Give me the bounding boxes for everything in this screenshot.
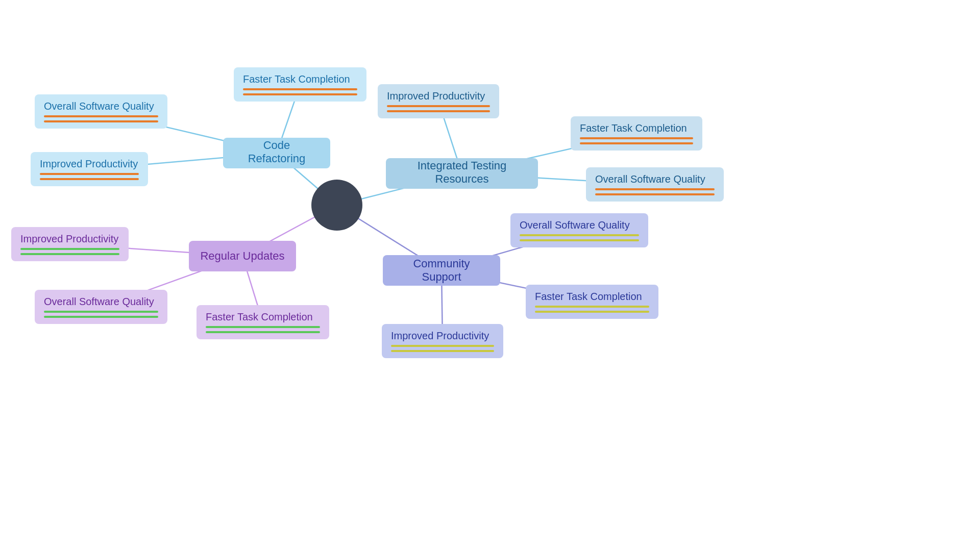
leaf-node-cr-osq: Overall Software Quality bbox=[35, 94, 167, 129]
leaf-node-it-ip: Improved Productivity bbox=[378, 84, 499, 118]
leaf-label: Improved Productivity bbox=[40, 158, 138, 170]
leaf-node-ru-osq: Overall Software Quality bbox=[35, 290, 167, 324]
leaf-label: Overall Software Quality bbox=[520, 219, 630, 231]
leaf-accent-bar bbox=[595, 188, 715, 190]
leaf-accent-bar bbox=[535, 306, 649, 308]
leaf-accent-bar bbox=[243, 88, 357, 90]
leaf-node-it-ftc: Faster Task Completion bbox=[571, 116, 702, 151]
leaf-label: Improved Productivity bbox=[387, 90, 485, 102]
leaf-node-cs-ip: Improved Productivity bbox=[382, 324, 503, 358]
branch-label: Code Refactoring bbox=[233, 139, 320, 165]
branch-node-community-support: Community Support bbox=[383, 255, 500, 286]
leaf-node-ru-ftc: Faster Task Completion bbox=[197, 305, 329, 339]
leaf-accent-bar bbox=[387, 105, 490, 107]
leaf-node-cs-ftc: Faster Task Completion bbox=[526, 285, 658, 319]
leaf-label: Improved Productivity bbox=[391, 330, 489, 342]
center-node bbox=[311, 180, 362, 231]
leaf-label: Overall Software Quality bbox=[44, 296, 154, 308]
leaf-accent-bar bbox=[44, 115, 158, 117]
leaf-accent-bar bbox=[40, 173, 139, 175]
leaf-label: Improved Productivity bbox=[20, 233, 118, 245]
leaf-label: Faster Task Completion bbox=[243, 73, 350, 85]
leaf-node-cr-ftc: Faster Task Completion bbox=[234, 67, 366, 102]
leaf-accent-bar bbox=[20, 248, 119, 250]
leaf-accent-bar bbox=[391, 345, 494, 347]
leaf-accent-bar bbox=[580, 137, 693, 139]
leaf-accent-bar bbox=[206, 326, 320, 328]
leaf-label: Faster Task Completion bbox=[206, 311, 313, 323]
leaf-label: Faster Task Completion bbox=[535, 291, 642, 303]
branch-node-code-refactoring: Code Refactoring bbox=[223, 138, 330, 168]
leaf-label: Overall Software Quality bbox=[44, 101, 154, 112]
leaf-node-cr-ip: Improved Productivity bbox=[31, 152, 148, 186]
branch-node-integrated-testing: Integrated Testing Resources bbox=[386, 158, 538, 189]
leaf-node-ru-ip: Improved Productivity bbox=[11, 227, 129, 261]
branch-label: Regular Updates bbox=[200, 249, 284, 263]
leaf-node-it-osq: Overall Software Quality bbox=[586, 167, 724, 202]
branch-label: Integrated Testing Resources bbox=[396, 159, 528, 186]
leaf-node-cs-osq: Overall Software Quality bbox=[510, 213, 648, 247]
leaf-label: Overall Software Quality bbox=[595, 173, 705, 185]
branch-node-regular-updates: Regular Updates bbox=[189, 241, 296, 271]
leaf-accent-bar bbox=[44, 311, 158, 313]
leaf-label: Faster Task Completion bbox=[580, 122, 687, 134]
leaf-accent-bar bbox=[520, 234, 639, 236]
branch-label: Community Support bbox=[393, 257, 490, 284]
